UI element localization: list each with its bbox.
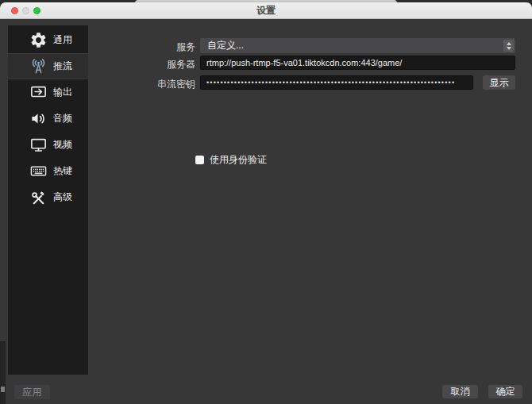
ok-button[interactable]: 确定	[488, 385, 522, 398]
sidebar-item-output[interactable]: 输出	[8, 79, 88, 106]
chevron-down-icon	[507, 47, 511, 50]
display-icon	[29, 136, 48, 155]
service-dropdown[interactable]: 自定义...	[200, 38, 515, 53]
window-title: 设置	[0, 2, 532, 18]
sidebar-item-label: 视频	[53, 138, 72, 152]
screen: 设置 通用	[0, 0, 532, 404]
sidebar-item-video[interactable]: 视频	[8, 132, 88, 158]
gear-icon	[29, 31, 48, 50]
background-window-fragment	[1, 387, 5, 392]
sidebar-item-label: 输出	[53, 86, 72, 99]
server-label: 服务器	[116, 58, 195, 71]
sidebar-item-advanced[interactable]: 高级	[8, 184, 88, 210]
cancel-button[interactable]: 取消	[442, 385, 478, 398]
speaker-icon	[29, 110, 48, 129]
background-window-left-sliver	[0, 341, 6, 404]
titlebar[interactable]: 设置	[0, 2, 532, 19]
service-dropdown-stepper[interactable]	[503, 40, 514, 52]
apply-button[interactable]: 应用	[14, 385, 50, 399]
auth-checkbox[interactable]	[195, 156, 204, 164]
monitor-arrow-icon	[29, 83, 48, 102]
sidebar-item-label: 通用	[53, 33, 72, 47]
keyboard-icon	[29, 162, 48, 181]
sidebar-item-stream[interactable]: 推流	[8, 53, 88, 79]
show-key-button[interactable]: 显示	[483, 75, 515, 90]
sidebar-item-audio[interactable]: 音频	[8, 106, 88, 132]
crossed-tools-icon	[29, 188, 48, 207]
settings-nav: 通用	[8, 25, 88, 375]
stream-key-input[interactable]: ••••••••••••••••••••••••••••••••••••••••…	[200, 75, 473, 90]
broadcast-antenna-icon	[29, 57, 48, 76]
server-input-value: rtmp://push-rtmp-f5-va01.tiktokcdn.com:4…	[206, 58, 402, 67]
stream-key-masked-value: ••••••••••••••••••••••••••••••••••••••••…	[206, 79, 455, 87]
sidebar-item-label: 高级	[53, 190, 72, 204]
sidebar-item-hotkeys[interactable]: 热键	[8, 158, 88, 184]
use-auth-row: 使用身份验证	[195, 153, 267, 167]
sidebar-item-label: 推流	[53, 60, 72, 73]
server-input[interactable]: rtmp://push-rtmp-f5-va01.tiktokcdn.com:4…	[200, 56, 515, 70]
chevron-up-icon	[507, 42, 511, 45]
service-dropdown-value: 自定义...	[207, 39, 244, 52]
sidebar-item-label: 音频	[53, 112, 72, 125]
service-label: 服务	[116, 40, 195, 54]
sidebar-item-label: 热键	[53, 164, 72, 178]
auth-checkbox-label: 使用身份验证	[210, 153, 267, 167]
sidebar-item-general[interactable]: 通用	[8, 27, 88, 53]
stream-key-label: 串流密钥	[116, 78, 195, 91]
settings-dialog: 通用	[0, 19, 532, 404]
